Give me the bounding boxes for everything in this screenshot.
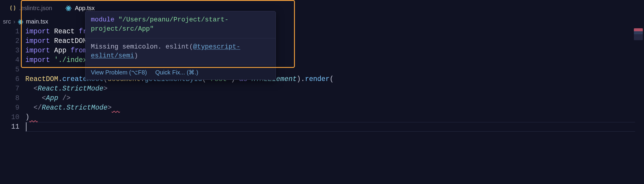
- tab-label: .eslintrc.json: [19, 5, 52, 12]
- svg-point-0: [68, 8, 69, 9]
- react-icon: [65, 5, 72, 12]
- react-icon: [18, 18, 24, 25]
- code-line[interactable]: import ReactDOM: [25, 36, 91, 46]
- diagnostic-hover: module "/Users/peanu/Project/start-proje…: [85, 11, 276, 80]
- view-problem-action[interactable]: View Problem (⌥F8): [91, 69, 147, 76]
- line-number: 6: [0, 74, 19, 84]
- svg-point-4: [20, 21, 21, 22]
- code-line[interactable]: <App />: [25, 93, 71, 103]
- line-number: 9: [0, 103, 19, 113]
- gutter: 1234567891011: [0, 27, 25, 184]
- line-number: 7: [0, 84, 19, 93]
- code-line[interactable]: <React.StrictMode>: [25, 84, 108, 93]
- code-line[interactable]: ): [25, 113, 38, 122]
- code-line[interactable]: </React.StrictMode>: [25, 103, 120, 113]
- line-number: 8: [0, 93, 19, 103]
- line-number: 4: [0, 55, 19, 65]
- line-number: 10: [0, 113, 19, 122]
- hover-message-row: Missing semicolon. eslint(@typescript-es…: [85, 38, 276, 65]
- hover-actions: View Problem (⌥F8) Quick Fix... (⌘.): [85, 65, 276, 79]
- line-number: 3: [0, 46, 19, 55]
- hover-module-row: module "/Users/peanu/Project/start-proje…: [85, 11, 276, 38]
- hover-keyword: module: [91, 16, 114, 24]
- tab-eslintrc[interactable]: .eslintrc.json: [3, 0, 59, 16]
- breadcrumb-segment[interactable]: src: [3, 18, 11, 25]
- minimap[interactable]: [634, 28, 643, 40]
- hover-message: Missing semicolon.: [91, 43, 162, 51]
- line-number: 11: [0, 122, 19, 132]
- chevron-right-icon: ›: [13, 18, 15, 25]
- line-number: 1: [0, 27, 19, 36]
- hover-source: eslint: [166, 43, 189, 51]
- code-line[interactable]: import React fro: [25, 27, 91, 36]
- quick-fix-action[interactable]: Quick Fix... (⌘.): [155, 69, 198, 76]
- line-number: 5: [0, 65, 19, 74]
- tab-label: App.tsx: [75, 5, 95, 12]
- line-number: 2: [0, 36, 19, 46]
- breadcrumb-current[interactable]: main.tsx: [26, 18, 48, 25]
- braces-icon: [10, 5, 16, 12]
